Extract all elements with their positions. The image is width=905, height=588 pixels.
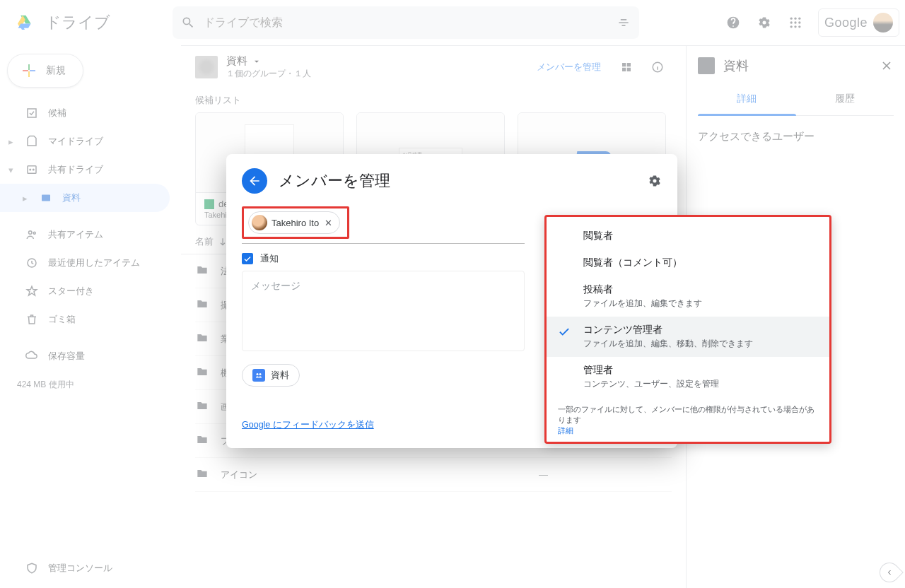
sidebar-item-mydrive[interactable]: ▸マイドライブ [0,127,170,155]
chevron-down-icon [252,57,262,66]
svg-rect-15 [42,195,50,201]
info-icon[interactable] [643,53,672,81]
svg-point-25 [259,373,262,375]
close-icon[interactable] [880,59,894,73]
folder-modified: — [539,469,548,480]
notify-checkbox[interactable] [242,253,253,264]
svg-point-9 [790,25,792,28]
folder-icon [195,263,209,279]
role-label: 管理者 [583,364,719,377]
folder-row[interactable]: アイコン— [195,458,672,492]
role-option[interactable]: 閲覧者（コメント可） [547,249,829,276]
svg-rect-12 [28,166,36,174]
google-label: Google [824,16,868,30]
search-options-icon[interactable] [617,16,631,30]
notify-label: 通知 [260,252,279,265]
svg-point-4 [794,18,796,20]
new-button-label: 新規 [46,64,66,77]
plus-icon [21,62,37,79]
folder-icon [195,466,209,483]
details-title: 資料 [723,57,871,74]
sidebar-item-admin[interactable]: 管理コンソール [0,554,170,582]
role-desc: ファイルを追加、編集、移動、削除できます [583,338,753,350]
shared-drive-chip-icon [252,369,265,382]
member-chip[interactable]: Takehiro Ito ✕ [248,211,340,234]
svg-point-13 [29,169,31,171]
role-dropdown: 閲覧者閲覧者（コメント可）投稿者ファイルを追加、編集できますコンテンツ管理者ファ… [544,215,831,444]
sidebar-item-starred[interactable]: スター付き [0,277,170,305]
search-bar[interactable] [173,6,639,39]
dialog-back-button[interactable] [242,168,267,194]
sidebar-item-shareddrives[interactable]: ▾共有ドライブ [0,155,170,184]
svg-rect-19 [622,63,626,66]
role-label: コンテンツ管理者 [583,324,753,336]
folder-icon [195,399,209,415]
svg-point-24 [257,373,259,375]
member-chip-name: Takehiro Ito [272,218,319,228]
member-input-highlight: Takehiro Ito ✕ [242,206,349,239]
folder-icon [195,297,209,313]
role-label: 投稿者 [583,283,702,296]
grid-view-icon[interactable] [612,53,641,81]
sidebar: 新規 候補 ▸マイドライブ ▾共有ドライブ ▸資料 共有アイテム 最近使用したア… [0,45,181,588]
sidebar-item-recent[interactable]: 最近使用したアイテム [0,249,170,277]
tab-history[interactable]: 履歴 [796,83,894,115]
tab-details[interactable]: 詳細 [698,83,796,115]
svg-point-3 [790,18,792,20]
role-option[interactable]: 閲覧者 [547,223,829,249]
svg-point-14 [33,169,35,171]
settings-icon[interactable] [750,8,778,37]
manage-members-link[interactable]: メンバーを管理 [528,55,609,79]
message-input[interactable]: メッセージ [242,271,525,351]
role-desc: コンテンツ、ユーザー、設定を管理 [583,378,719,390]
dialog-settings-icon[interactable] [648,174,662,188]
folder-icon [195,331,209,347]
folder-icon [195,365,209,381]
suggestions-label: 候補リスト [181,88,686,112]
help-icon[interactable] [719,8,747,37]
dialog-title: メンバーを管理 [279,170,636,192]
chip-remove-icon[interactable]: ✕ [323,218,334,228]
role-footnote: 一部のファイルに対して、メンバーに他の権限が付与されている場合があります [558,405,814,424]
shared-drive-thumb [195,56,218,78]
storage-used: 424 MB 使用中 [17,379,181,391]
source-chip-label: 資料 [271,369,289,382]
feedback-link[interactable]: Google にフィードバックを送信 [242,419,374,431]
new-button[interactable]: 新規 [7,54,83,88]
folder-icon [195,433,209,449]
source-chip: 資料 [242,364,300,387]
search-input[interactable] [204,16,608,29]
role-footlink[interactable]: 詳細 [558,426,573,435]
check-icon [558,325,571,340]
shared-drive-subtitle: １個のグループ・１人 [226,68,311,80]
avatar [873,13,893,33]
role-option[interactable]: コンテンツ管理者ファイルを追加、編集、移動、削除できます [547,317,829,357]
member-avatar [252,215,267,230]
role-label: 閲覧者 [583,230,613,242]
product-name: ドライブ [45,12,110,33]
app-header: ドライブ Google [0,0,905,45]
folder-name: アイコン [221,469,539,481]
apps-icon[interactable] [781,8,810,37]
sidebar-item-storage[interactable]: 保存容量 [0,342,170,370]
svg-point-7 [794,21,796,23]
account-switcher[interactable]: Google [818,8,899,37]
svg-point-11 [798,25,800,28]
svg-point-16 [29,231,33,235]
shared-drive-title[interactable]: 資料 [226,54,311,68]
drive-logo [11,8,40,37]
sidebar-item-shared[interactable]: 共有アイテム [0,220,170,249]
svg-rect-22 [627,68,631,71]
sidebar-item-suggestions[interactable]: 候補 [0,99,170,127]
svg-point-10 [794,25,796,28]
role-desc: ファイルを追加、編集できます [583,298,702,310]
sidebar-item-trash[interactable]: ゴミ箱 [0,305,170,334]
role-option[interactable]: 管理者コンテンツ、ユーザー、設定を管理 [547,357,829,397]
svg-point-6 [790,21,792,23]
sidebar-item-shiryou[interactable]: ▸資料 [0,184,170,212]
search-icon [181,16,195,30]
access-label: アクセスできるユーザー [698,130,894,143]
role-option[interactable]: 投稿者ファイルを追加、編集できます [547,276,829,317]
svg-point-5 [798,18,800,20]
details-drive-icon [698,57,715,74]
